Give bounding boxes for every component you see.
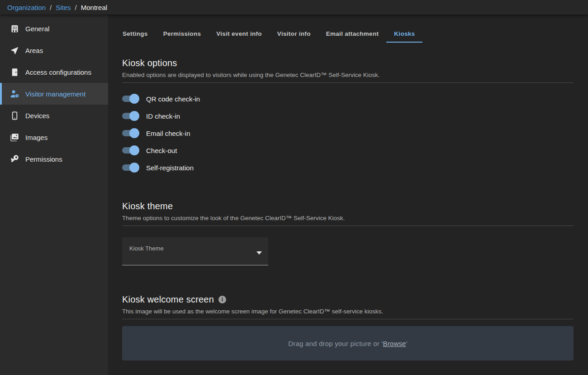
toggle-label: Check-out <box>146 147 177 154</box>
toggle-label: ID check-in <box>146 112 180 120</box>
kiosk-welcome-description: This image will be used as the welcome s… <box>122 308 574 315</box>
tab-visit-event-info[interactable]: Visit event info <box>209 25 270 43</box>
tab-bar: Settings Permissions Visit event info Vi… <box>115 25 574 43</box>
toggle-switch[interactable] <box>122 164 138 171</box>
kiosk-theme-section: Kiosk theme Theme options to customize t… <box>122 201 574 265</box>
sidebar-item-access-configurations[interactable]: Access configurations <box>0 61 108 83</box>
key-icon <box>9 154 20 164</box>
sidebar-item-areas[interactable]: Areas <box>0 39 108 61</box>
kiosk-theme-title: Kiosk theme <box>122 201 574 212</box>
image-dropzone[interactable]: Drag and drop your picture or 'Browse' <box>122 326 574 361</box>
kiosk-theme-dropdown-label: Kiosk Theme <box>129 245 164 252</box>
toggle-label: Self-registration <box>146 164 194 172</box>
breadcrumb-sites[interactable]: Sites <box>56 4 71 11</box>
sidebar-item-label: Devices <box>25 112 49 120</box>
main-content: Settings Permissions Visit event info Vi… <box>108 14 588 375</box>
tab-visitor-info[interactable]: Visitor info <box>270 25 318 43</box>
sidebar-item-visitor-management[interactable]: Visitor management <box>0 83 108 105</box>
tab-permissions[interactable]: Permissions <box>156 25 209 43</box>
tab-kiosks[interactable]: Kiosks <box>386 25 422 43</box>
section-divider <box>122 226 574 226</box>
sidebar-item-images[interactable]: Images <box>0 126 108 148</box>
tab-email-attachment[interactable]: Email attachment <box>318 25 387 43</box>
toggle-id-check-in[interactable]: ID check-in <box>122 107 574 125</box>
chevron-down-icon <box>256 251 262 255</box>
toggle-email-check-in[interactable]: Email check-in <box>122 125 574 142</box>
sidebar-item-label: Images <box>25 134 47 141</box>
section-divider <box>122 82 574 83</box>
section-divider <box>122 319 574 319</box>
kiosk-options-section: Kiosk options Enabled options are displa… <box>122 58 574 176</box>
toggle-label: Email check-in <box>146 130 190 137</box>
top-bar: Organization / Sites / Montreal <box>0 0 588 14</box>
kiosk-theme-description: Theme options to customize the look of t… <box>122 215 574 221</box>
building-icon <box>9 23 20 34</box>
toggle-switch[interactable] <box>122 147 138 154</box>
breadcrumb-separator: / <box>50 4 52 11</box>
smartphone-icon <box>9 110 20 121</box>
dropzone-text: ' <box>406 340 408 347</box>
sidebar: General Areas Access configurations <box>0 14 108 375</box>
kiosk-options-description: Enabled options are displayed to visitor… <box>122 72 574 78</box>
sidebar-item-label: General <box>25 25 49 33</box>
breadcrumb-organization[interactable]: Organization <box>7 4 46 11</box>
breadcrumb: Organization / Sites / Montreal <box>7 4 107 11</box>
toggle-switch[interactable] <box>122 112 138 120</box>
sidebar-item-label: Areas <box>25 47 43 54</box>
sidebar-item-label: Access configurations <box>25 68 91 76</box>
kiosk-welcome-section: Kiosk welcome screen i This image will b… <box>122 294 574 361</box>
photo-icon <box>9 132 20 143</box>
kiosk-options-toggle-list: QR code check-in ID check-in Email check… <box>122 90 574 176</box>
navigation-arrow-icon <box>9 45 20 56</box>
sidebar-item-devices[interactable]: Devices <box>0 105 108 126</box>
sidebar-item-label: Permissions <box>25 155 62 163</box>
info-icon[interactable]: i <box>218 296 226 303</box>
toggle-switch[interactable] <box>122 95 138 102</box>
toggle-self-registration[interactable]: Self-registration <box>122 159 574 176</box>
tab-settings[interactable]: Settings <box>115 25 156 43</box>
sidebar-item-permissions[interactable]: Permissions <box>0 148 108 170</box>
breadcrumb-current-site: Montreal <box>81 4 107 11</box>
kiosk-theme-dropdown[interactable]: Kiosk Theme <box>122 237 268 265</box>
kiosk-welcome-title: Kiosk welcome screen <box>122 294 214 305</box>
door-icon <box>9 67 20 77</box>
toggle-qr-code-check-in[interactable]: QR code check-in <box>122 90 574 107</box>
kiosk-options-title: Kiosk options <box>122 58 574 68</box>
toggle-switch[interactable] <box>122 130 138 137</box>
dropzone-text: Drag and drop your picture or ' <box>288 340 383 347</box>
browse-link[interactable]: Browse <box>383 340 406 347</box>
sidebar-item-label: Visitor management <box>25 90 85 98</box>
toggle-label: QR code check-in <box>146 95 200 103</box>
person-clock-icon <box>9 88 20 99</box>
breadcrumb-separator: / <box>75 4 77 11</box>
toggle-check-out[interactable]: Check-out <box>122 142 574 159</box>
sidebar-item-general[interactable]: General <box>0 18 108 39</box>
